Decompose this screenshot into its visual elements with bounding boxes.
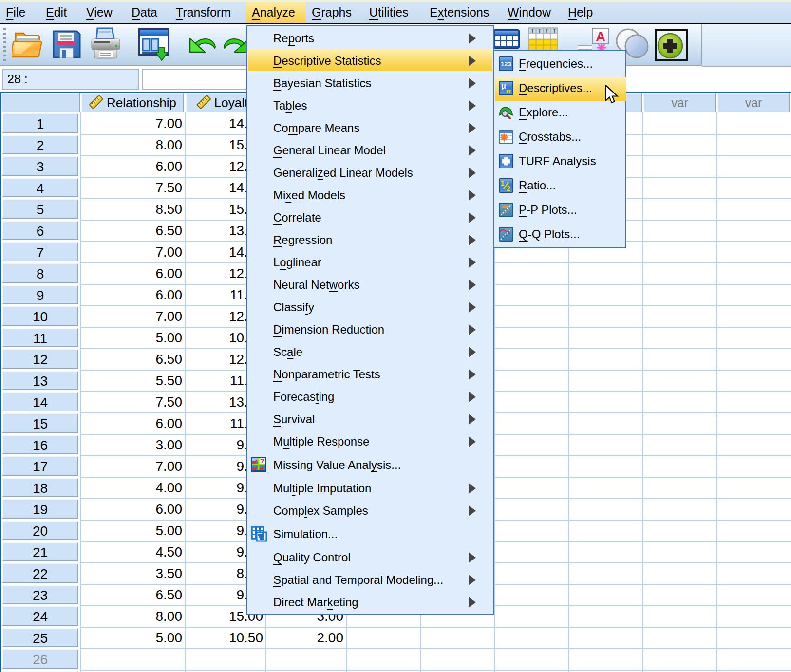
svg-text:σ: σ (506, 87, 511, 95)
svg-text:123: 123 (501, 60, 511, 68)
svg-text:A: A (596, 29, 605, 44)
svg-text:T: T (538, 28, 541, 34)
svg-text:?: ? (260, 457, 264, 465)
svg-text:1: 1 (501, 179, 505, 187)
svg-text:T: T (553, 28, 556, 34)
svg-text:2: 2 (507, 185, 510, 192)
svg-text:μ: μ (501, 82, 506, 90)
svg-text:T: T (546, 28, 548, 34)
svg-text:T: T (531, 28, 534, 34)
